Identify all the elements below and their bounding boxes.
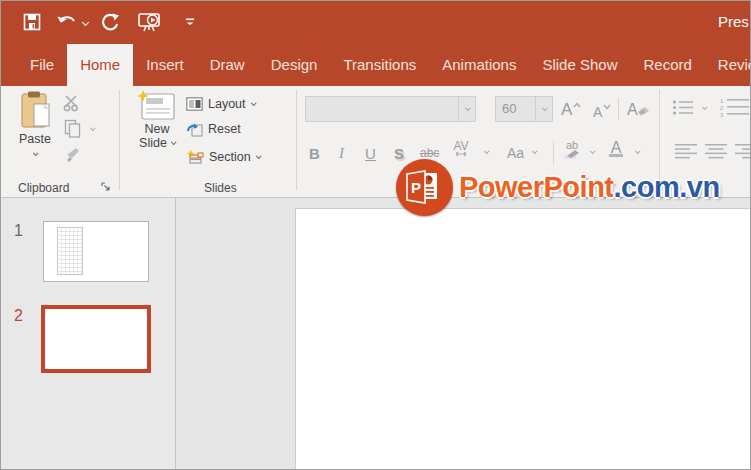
- slide-2-number: 2: [14, 307, 23, 325]
- change-case-dropdown-icon[interactable]: [532, 148, 538, 154]
- new-slide-icon: [137, 90, 177, 122]
- document-title: Pres: [718, 13, 749, 30]
- watermark-domain-text: .com.vn: [614, 171, 720, 203]
- tab-draw[interactable]: Draw: [197, 44, 258, 86]
- font-size-value: 60: [496, 97, 535, 121]
- start-slideshow-icon[interactable]: [137, 10, 161, 34]
- character-spacing-dropdown-icon[interactable]: [484, 148, 490, 154]
- section-label: Section: [209, 150, 251, 164]
- font-size-combobox[interactable]: 60: [495, 96, 553, 122]
- svg-text:1: 1: [720, 98, 724, 104]
- redo-icon[interactable]: [98, 10, 122, 34]
- tab-slide-show[interactable]: Slide Show: [529, 44, 630, 86]
- bold-button[interactable]: B: [309, 141, 320, 165]
- layout-dropdown-icon: [250, 100, 256, 106]
- new-slide-dropdown-icon: [171, 139, 177, 145]
- powerpoint-window: Pres File Home Insert Draw Design Transi…: [0, 0, 751, 470]
- eraser-icon: [636, 107, 649, 117]
- section-icon: [186, 149, 204, 165]
- shrink-font-button[interactable]: A: [593, 100, 611, 124]
- powerpoint-logo-icon: P: [396, 159, 453, 216]
- layout-label: Layout: [208, 97, 246, 111]
- italic-button[interactable]: I: [339, 141, 344, 165]
- svg-text:2: 2: [720, 105, 724, 111]
- save-icon[interactable]: [20, 10, 44, 34]
- customize-toolbar-icon[interactable]: [178, 10, 202, 34]
- paste-clipboard-icon: [18, 90, 52, 132]
- tab-review[interactable]: Review: [705, 44, 751, 86]
- slide-2-thumbnail-selected[interactable]: [41, 305, 151, 373]
- grow-font-button[interactable]: A: [561, 98, 581, 122]
- tab-file[interactable]: File: [17, 44, 67, 86]
- title-bar: Pres: [1, 1, 750, 44]
- paste-button[interactable]: Paste: [9, 90, 61, 156]
- slide-editing-canvas[interactable]: [295, 208, 751, 470]
- undo-icon[interactable]: [55, 10, 79, 34]
- new-slide-label-line2: Slide: [139, 136, 167, 150]
- watermark-brand-text: PowerPoint: [459, 171, 614, 203]
- cut-icon[interactable]: [62, 94, 82, 112]
- dialog-launcher-icon[interactable]: [101, 182, 112, 193]
- undo-dropdown-icon[interactable]: [79, 10, 91, 34]
- tab-record[interactable]: Record: [630, 44, 704, 86]
- align-center-icon[interactable]: [705, 144, 728, 159]
- small-divider: [618, 98, 619, 120]
- workspace: 1 2: [1, 198, 750, 470]
- tab-home[interactable]: Home: [67, 44, 133, 86]
- svg-text:P: P: [411, 179, 421, 196]
- font-size-dropdown-icon[interactable]: [535, 97, 552, 121]
- slide-1-table-image: [57, 227, 83, 275]
- new-slide-button[interactable]: New Slide: [128, 90, 186, 150]
- font-name-value: [306, 97, 458, 121]
- layout-button[interactable]: Layout: [186, 93, 255, 115]
- reset-button[interactable]: Reset: [186, 118, 241, 140]
- highlight-dropdown-icon[interactable]: [590, 148, 596, 154]
- tab-transitions[interactable]: Transitions: [330, 44, 429, 86]
- bullets-icon[interactable]: [672, 99, 694, 116]
- tab-insert[interactable]: Insert: [133, 44, 197, 86]
- slide-1-number: 1: [14, 222, 23, 240]
- svg-text:3: 3: [720, 112, 724, 117]
- slide-1-thumbnail[interactable]: [43, 221, 149, 282]
- layout-icon: [186, 97, 203, 111]
- paste-label: Paste: [19, 132, 51, 146]
- group-divider: [119, 90, 120, 190]
- align-left-icon[interactable]: [675, 144, 698, 159]
- bullets-dropdown-icon[interactable]: [702, 104, 708, 110]
- ribbon-tab-row: File Home Insert Draw Design Transitions…: [1, 44, 750, 86]
- clear-formatting-button[interactable]: A: [627, 98, 649, 122]
- group-divider: [296, 90, 297, 190]
- tab-animations[interactable]: Animations: [429, 44, 529, 86]
- font-name-dropdown-icon[interactable]: [458, 97, 475, 121]
- reset-label: Reset: [208, 122, 241, 136]
- font-color-dropdown-icon[interactable]: [635, 148, 641, 154]
- new-slide-label-line1: New: [144, 122, 169, 136]
- font-color-swatch: [609, 154, 623, 157]
- copy-dropdown-icon[interactable]: [90, 125, 96, 131]
- paste-dropdown-icon: [33, 150, 39, 156]
- slide-thumbnail-panel: 1 2: [1, 198, 176, 470]
- align-right-icon[interactable]: [735, 144, 751, 159]
- tab-design[interactable]: Design: [258, 44, 331, 86]
- clipboard-group-label: Clipboard: [18, 181, 69, 195]
- copy-icon[interactable]: [64, 119, 81, 138]
- font-name-combobox[interactable]: [305, 96, 476, 122]
- slides-group-label: Slides: [204, 181, 237, 195]
- underline-button[interactable]: U: [365, 141, 376, 165]
- format-painter-icon[interactable]: [64, 146, 82, 163]
- powerpoint-com-vn-watermark: P PowerPoint.com.vn: [396, 158, 720, 216]
- section-button[interactable]: Section: [186, 146, 260, 168]
- reset-icon: [186, 122, 203, 137]
- numbering-icon[interactable]: 123: [720, 97, 751, 117]
- section-dropdown-icon: [256, 153, 262, 159]
